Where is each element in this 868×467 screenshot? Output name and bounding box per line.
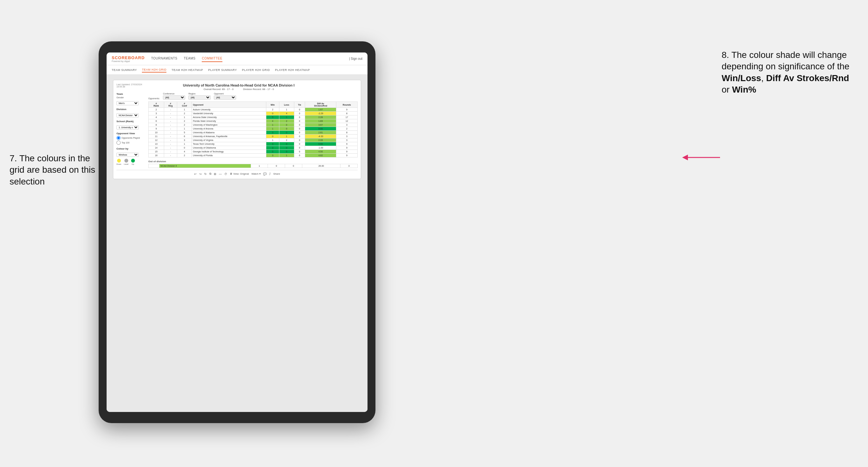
cell-reg: -	[164, 154, 177, 157]
card-title-area: University of North Carolina Head-to-Hea…	[142, 83, 335, 91]
cell-loss: 2	[279, 119, 294, 123]
cell-opponent: University of Oklahoma	[192, 146, 266, 150]
cell-tie: 0	[294, 150, 305, 154]
cell-opponent: University of Washington	[192, 123, 266, 127]
cell-rank: 3	[149, 112, 164, 116]
cell-rank: 4	[149, 116, 164, 119]
cell-tie: 0	[294, 134, 305, 138]
data-grid: #Rank #Reg #Conf Opponent Win Loss Tie D…	[148, 101, 358, 157]
opponent-select[interactable]: (All)	[214, 95, 236, 100]
nav-committee[interactable]: COMMITTEE	[202, 55, 222, 62]
cell-rounds: 12	[336, 119, 357, 123]
cell-opponent: Georgia Institute of Technology	[192, 150, 266, 154]
share-btn[interactable]: Share	[273, 173, 280, 175]
sub-nav-player-summary[interactable]: PLAYER SUMMARY	[208, 68, 237, 72]
table-row: 9 - 1 University of Arizona 1 0 0 9.00 2	[149, 127, 358, 131]
division-select[interactable]: NCAA Division I	[117, 113, 139, 117]
cell-diff: 2.61	[305, 131, 336, 134]
table-row: 11 - 6 University of Arkansas, Fayettevi…	[149, 134, 358, 138]
watch-btn[interactable]: Watch ▾	[251, 173, 260, 175]
nav-items: TOURNAMENTS TEAMS COMMITTEE	[151, 55, 349, 62]
radio-opponents-played[interactable]: Opponents Played	[117, 136, 145, 140]
comment-icon[interactable]: 💬	[263, 173, 267, 176]
region-select[interactable]: (All)	[188, 95, 211, 100]
out-division-grid: NCAA Division II 1 0 0 26.00 3	[148, 164, 358, 168]
card-header: Last Updated: 27/03/2024 16:55:38 Univer…	[117, 83, 358, 91]
cell-diff: 9.00	[305, 127, 336, 131]
table-row: 13 - 1 Texas Tech University 3 0 0 5.56 …	[149, 142, 358, 146]
view-icon: 🖥	[230, 173, 232, 175]
nav-teams[interactable]: TEAMS	[184, 55, 195, 62]
sub-nav: TEAM SUMMARY TEAM H2H GRID TEAM H2H HEAT…	[106, 65, 368, 75]
card-title: University of North Carolina Head-to-Hea…	[142, 83, 335, 87]
col-win: Win	[266, 102, 279, 108]
undo-icon[interactable]: ↩	[194, 173, 197, 176]
cell-win: 3	[266, 154, 279, 157]
cell-win: 1	[266, 138, 279, 142]
conference-select[interactable]: (All)	[163, 95, 185, 100]
cell-rank: 8	[149, 123, 164, 127]
cell-opponent: Texas Tech University	[192, 142, 266, 146]
col-diff: Diff AvStrokes/Rnd	[305, 102, 336, 108]
dash-icon[interactable]: —	[219, 173, 222, 176]
sub-nav-player-h2h-heatmap[interactable]: PLAYER H2H HEATMAP	[275, 68, 310, 72]
nav-tournaments[interactable]: TOURNAMENTS	[151, 55, 178, 62]
radio-top100[interactable]: Top 100	[117, 141, 145, 145]
cell-diff: -1.00	[305, 146, 336, 150]
cell-conf: 1	[177, 116, 192, 119]
share-icon-btn[interactable]: ⤴	[269, 173, 271, 176]
cell-win: 5	[266, 116, 279, 119]
table-row: 12 - 3 University of Virginia 1 2 0 2.33…	[149, 138, 358, 142]
table-row: 2 - 1 Auburn University 2 1 0 1.67 9	[149, 108, 358, 112]
legend-up: Up	[131, 159, 135, 165]
sub-nav-team-h2h-grid[interactable]: TEAM H2H GRID	[142, 67, 166, 72]
cell-diff: 5.56	[305, 142, 336, 146]
cell-opponent: University of Alabama	[192, 131, 266, 134]
clock-icon[interactable]: ⏱	[224, 173, 227, 176]
colour-by-select[interactable]: Win/loss	[117, 153, 139, 157]
cell-rank: 6	[149, 119, 164, 123]
cell-loss: 0	[279, 142, 294, 146]
grid-icon[interactable]: ⊞	[214, 173, 216, 176]
cell-win: 2	[266, 108, 279, 112]
cell-win: 3	[266, 131, 279, 134]
cell-tie: 0	[294, 142, 305, 146]
cell-conf: 1	[177, 142, 192, 146]
right-panel: Opponents: Conference (All) Region (	[148, 93, 358, 168]
cell-rounds: 9	[336, 150, 357, 154]
refresh-icon[interactable]: ↻	[204, 173, 207, 176]
overall-record: Overall Record: 89 - 17 - 0	[204, 88, 234, 91]
cell-rank: 11	[149, 134, 164, 138]
cell-rank: 15	[149, 150, 164, 154]
cell-diff: 4.62	[305, 154, 336, 157]
cell-rounds: 3	[336, 123, 357, 127]
cell-diff: 1.83	[305, 119, 336, 123]
sub-nav-player-h2h-grid[interactable]: PLAYER H2H GRID	[242, 68, 270, 72]
gender-select[interactable]: Men's	[117, 101, 139, 105]
sub-nav-team-h2h-heatmap[interactable]: TEAM H2H HEATMAP	[172, 68, 203, 72]
cell-rank: 14	[149, 146, 164, 150]
logo-sub: Powered by clippd	[112, 60, 145, 62]
cell-rounds: 9	[336, 108, 357, 112]
redo-icon[interactable]: ↪	[199, 173, 202, 176]
school-select[interactable]: 1. University of Nort...	[117, 125, 139, 129]
cell-reg: -	[164, 131, 177, 134]
view-btn[interactable]: 🖥 View: Original	[230, 173, 249, 175]
region-filter-group: Region (All)	[188, 93, 211, 100]
cell-rounds: 9	[336, 154, 357, 157]
cell-tie: 0	[294, 127, 305, 131]
cell-win: 3	[266, 142, 279, 146]
left-panel: Team Gender Men's Division NCAA Division…	[117, 93, 145, 168]
cell-tie: 0	[294, 108, 305, 112]
conference-filter-group: Conference (All)	[163, 93, 185, 100]
main-content: Last Updated: 27/03/2024 16:55:38 Univer…	[106, 75, 368, 412]
opponent-filter-group: Opponent (All)	[214, 93, 236, 100]
card: Last Updated: 27/03/2024 16:55:38 Univer…	[113, 80, 361, 179]
annotation-right: 8. The colour shade will change dependin…	[722, 49, 859, 96]
out-division-label: Out of division	[148, 160, 358, 163]
sub-nav-team-summary[interactable]: TEAM SUMMARY	[112, 68, 137, 72]
sign-out[interactable]: | Sign out	[349, 57, 363, 60]
copy-icon[interactable]: ⧉	[209, 172, 211, 176]
cell-conf: 2	[177, 154, 192, 157]
cell-win: 5	[266, 150, 279, 154]
